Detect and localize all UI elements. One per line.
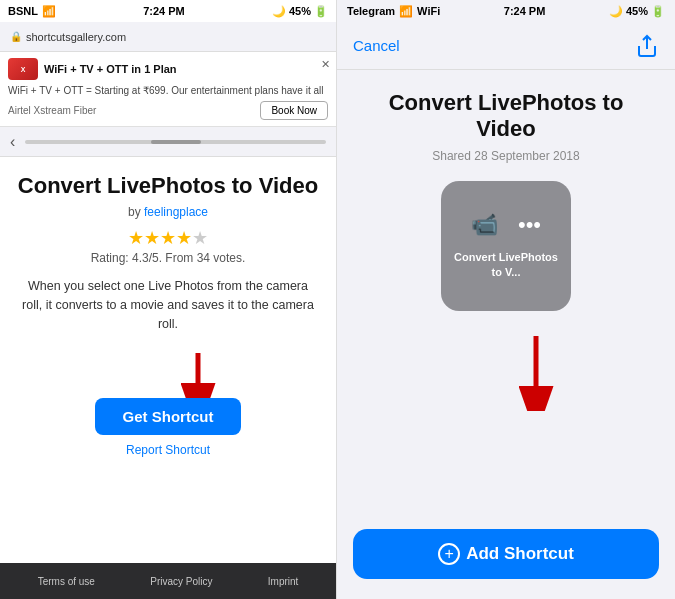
back-arrow[interactable]: ‹ [10, 133, 15, 151]
address-bar[interactable]: 🔒 shortcutsgallery.com [0, 22, 336, 52]
battery-icon-left: 🔋 [314, 5, 328, 18]
report-shortcut-link[interactable]: Report Shortcut [126, 443, 210, 457]
shortcut-icons-row: 📹 ••• [471, 212, 541, 238]
add-shortcut-button[interactable]: + Add Shortcut [353, 529, 659, 579]
ad-footer: Airtel Xstream Fiber Book Now [8, 101, 328, 120]
imprint-link[interactable]: Imprint [268, 576, 299, 587]
add-shortcut-label: Add Shortcut [466, 544, 574, 564]
page-title-right: Convert LivePhotos to Video [357, 90, 655, 143]
author-prefix: by [128, 205, 144, 219]
right-header: Cancel [337, 22, 675, 70]
carrier-text-left: BSNL [8, 5, 38, 17]
carrier-text-right: Telegram [347, 5, 395, 17]
star-5: ★ [192, 227, 208, 249]
ad-banner-top: X WiFi + TV + OTT in 1 Plan ✕ [8, 58, 328, 80]
ad-text: WiFi + TV + OTT = Starting at ₹699. Our … [8, 84, 328, 97]
shortcut-card-label: Convert LivePhotos to V... [453, 250, 559, 279]
star-2: ★ [144, 227, 160, 249]
video-camera-icon: 📹 [471, 212, 498, 238]
page-author: by feelingplace [128, 205, 208, 219]
moon-icon-right: 🌙 [609, 5, 623, 18]
ad-title: WiFi + TV + OTT in 1 Plan [44, 63, 177, 75]
ad-logo: X [8, 58, 38, 80]
signal-icon-right: 📶 [399, 5, 413, 18]
right-panel: Telegram 📶 WiFi 7:24 PM 🌙 45% 🔋 Cancel C… [337, 0, 675, 599]
battery-text-left: 45% [289, 5, 311, 17]
status-carrier-right: Telegram 📶 WiFi [347, 5, 440, 18]
share-icon[interactable] [635, 34, 659, 58]
page-title-left: Convert LivePhotos to Video [18, 173, 318, 199]
battery-left: 🌙 45% 🔋 [272, 5, 328, 18]
star-1: ★ [128, 227, 144, 249]
battery-text-right: 45% [626, 5, 648, 17]
author-link[interactable]: feelingplace [144, 205, 208, 219]
red-arrow-right [506, 331, 566, 411]
star-4: ★ [176, 227, 192, 249]
scroll-handle [25, 140, 326, 144]
bottom-bar-left: Terms of use Privacy Policy Imprint [0, 563, 336, 599]
add-shortcut-area: + Add Shortcut [337, 517, 675, 599]
ad-book-button[interactable]: Book Now [260, 101, 328, 120]
battery-icon-right: 🔋 [651, 5, 665, 18]
page-content: Convert LivePhotos to Video by feelingpl… [0, 157, 336, 563]
shortcut-card: 📹 ••• Convert LivePhotos to V... [441, 181, 571, 311]
scroll-thumb [151, 140, 201, 144]
status-carrier-left: BSNL 📶 [8, 5, 56, 18]
ad-close-button[interactable]: ✕ [321, 58, 330, 71]
wifi-icon-right: WiFi [417, 5, 440, 17]
ad-brand: Airtel Xstream Fiber [8, 105, 96, 116]
rating-text: Rating: 4.3/5. From 34 votes. [91, 251, 246, 265]
left-panel: BSNL 📶 7:24 PM 🌙 45% 🔋 🔒 shortcutsgaller… [0, 0, 337, 599]
shared-date: Shared 28 September 2018 [432, 149, 579, 163]
privacy-link[interactable]: Privacy Policy [150, 576, 212, 587]
plus-circle-icon: + [438, 543, 460, 565]
stars-row: ★ ★ ★ ★ ★ [128, 227, 208, 249]
terms-link[interactable]: Terms of use [38, 576, 95, 587]
ellipsis-icon: ••• [518, 212, 541, 238]
status-bar-right: Telegram 📶 WiFi 7:24 PM 🌙 45% 🔋 [337, 0, 675, 22]
moon-icon: 🌙 [272, 5, 286, 18]
get-shortcut-button[interactable]: Get Shortcut [95, 398, 242, 435]
browser-nav: ‹ [0, 127, 336, 157]
status-bar-left: BSNL 📶 7:24 PM 🌙 45% 🔋 [0, 0, 336, 22]
time-right: 7:24 PM [504, 5, 546, 17]
address-text: shortcutsgallery.com [26, 31, 126, 43]
star-3: ★ [160, 227, 176, 249]
time-left: 7:24 PM [143, 5, 185, 17]
lock-icon: 🔒 [10, 31, 22, 42]
page-description: When you select one Live Photos from the… [16, 277, 320, 333]
ad-banner: X WiFi + TV + OTT in 1 Plan ✕ WiFi + TV … [0, 52, 336, 127]
battery-right: 🌙 45% 🔋 [609, 5, 665, 18]
cancel-button[interactable]: Cancel [353, 37, 400, 54]
wifi-icon: 📶 [42, 5, 56, 18]
